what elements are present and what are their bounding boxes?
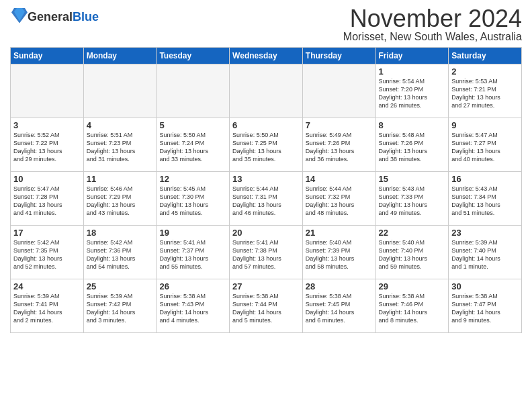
day-number: 10 — [13, 174, 81, 184]
location-text: Morisset, New South Wales, Australia — [343, 31, 522, 43]
calendar-cell: 3Sunrise: 5:52 AM Sunset: 7:22 PM Daylig… — [11, 118, 84, 172]
day-number: 18 — [87, 228, 154, 238]
calendar-cell: 5Sunrise: 5:50 AM Sunset: 7:24 PM Daylig… — [157, 118, 230, 172]
day-details: Sunrise: 5:47 AM Sunset: 7:27 PM Dayligh… — [451, 131, 519, 164]
day-number: 22 — [379, 228, 446, 238]
day-number: 21 — [306, 228, 373, 238]
day-number: 16 — [451, 174, 519, 184]
day-details: Sunrise: 5:46 AM Sunset: 7:29 PM Dayligh… — [87, 185, 154, 218]
calendar-week-row: 10Sunrise: 5:47 AM Sunset: 7:28 PM Dayli… — [11, 172, 522, 226]
day-number: 8 — [379, 120, 446, 130]
day-number: 19 — [159, 228, 226, 238]
day-details: Sunrise: 5:51 AM Sunset: 7:23 PM Dayligh… — [87, 131, 154, 164]
calendar-cell: 19Sunrise: 5:41 AM Sunset: 7:37 PM Dayli… — [157, 226, 230, 279]
day-details: Sunrise: 5:54 AM Sunset: 7:20 PM Dayligh… — [379, 77, 446, 110]
logo-blue-text: Blue — [73, 10, 99, 24]
day-details: Sunrise: 5:38 AM Sunset: 7:45 PM Dayligh… — [306, 292, 373, 325]
day-details: Sunrise: 5:41 AM Sunset: 7:37 PM Dayligh… — [159, 238, 226, 271]
day-number: 26 — [159, 281, 226, 291]
calendar-cell: 9Sunrise: 5:47 AM Sunset: 7:27 PM Daylig… — [449, 118, 522, 172]
header: GeneralBlue November 2024 Morisset, New … — [10, 7, 522, 43]
day-details: Sunrise: 5:40 AM Sunset: 7:40 PM Dayligh… — [379, 238, 446, 271]
day-details: Sunrise: 5:41 AM Sunset: 7:38 PM Dayligh… — [232, 238, 300, 271]
calendar-cell: 18Sunrise: 5:42 AM Sunset: 7:36 PM Dayli… — [83, 226, 157, 279]
day-details: Sunrise: 5:44 AM Sunset: 7:31 PM Dayligh… — [232, 185, 300, 218]
day-number: 11 — [87, 174, 154, 184]
day-details: Sunrise: 5:42 AM Sunset: 7:35 PM Dayligh… — [13, 238, 81, 271]
calendar-cell — [83, 64, 157, 118]
day-number: 28 — [306, 281, 373, 291]
day-details: Sunrise: 5:42 AM Sunset: 7:36 PM Dayligh… — [87, 238, 154, 271]
day-details: Sunrise: 5:50 AM Sunset: 7:25 PM Dayligh… — [232, 131, 300, 164]
day-number: 30 — [451, 281, 519, 291]
day-number: 15 — [379, 174, 446, 184]
day-number: 12 — [159, 174, 226, 184]
calendar-cell: 7Sunrise: 5:49 AM Sunset: 7:26 PM Daylig… — [302, 118, 375, 172]
day-header-sunday: Sunday — [11, 48, 84, 64]
calendar-cell: 26Sunrise: 5:38 AM Sunset: 7:43 PM Dayli… — [157, 279, 230, 333]
calendar-cell: 16Sunrise: 5:43 AM Sunset: 7:34 PM Dayli… — [449, 172, 522, 226]
day-number: 4 — [87, 120, 154, 130]
day-details: Sunrise: 5:43 AM Sunset: 7:33 PM Dayligh… — [379, 185, 446, 218]
day-number: 20 — [232, 228, 300, 238]
day-number: 13 — [232, 174, 300, 184]
day-header-tuesday: Tuesday — [157, 48, 230, 64]
logo: GeneralBlue — [10, 7, 99, 28]
calendar-cell: 15Sunrise: 5:43 AM Sunset: 7:33 PM Dayli… — [375, 172, 449, 226]
day-details: Sunrise: 5:53 AM Sunset: 7:21 PM Dayligh… — [451, 77, 519, 110]
day-number: 5 — [159, 120, 226, 130]
day-details: Sunrise: 5:39 AM Sunset: 7:41 PM Dayligh… — [13, 292, 81, 325]
calendar-week-row: 1Sunrise: 5:54 AM Sunset: 7:20 PM Daylig… — [11, 64, 522, 118]
calendar-cell: 4Sunrise: 5:51 AM Sunset: 7:23 PM Daylig… — [83, 118, 157, 172]
day-number: 3 — [13, 120, 81, 130]
logo-general-text: General — [28, 10, 73, 24]
calendar-cell — [302, 64, 375, 118]
calendar-cell: 1Sunrise: 5:54 AM Sunset: 7:20 PM Daylig… — [375, 64, 449, 118]
calendar-cell: 21Sunrise: 5:40 AM Sunset: 7:39 PM Dayli… — [302, 226, 375, 279]
day-details: Sunrise: 5:48 AM Sunset: 7:26 PM Dayligh… — [379, 131, 446, 164]
month-title: November 2024 — [343, 7, 522, 31]
day-number: 23 — [451, 228, 519, 238]
day-number: 7 — [306, 120, 373, 130]
calendar-cell: 27Sunrise: 5:38 AM Sunset: 7:44 PM Dayli… — [230, 279, 303, 333]
calendar-cell: 10Sunrise: 5:47 AM Sunset: 7:28 PM Dayli… — [11, 172, 84, 226]
title-area: November 2024 Morisset, New South Wales,… — [343, 7, 522, 43]
svg-marker-1 — [14, 8, 25, 21]
calendar-cell — [230, 64, 303, 118]
calendar-cell: 23Sunrise: 5:39 AM Sunset: 7:40 PM Dayli… — [449, 226, 522, 279]
day-details: Sunrise: 5:39 AM Sunset: 7:40 PM Dayligh… — [451, 238, 519, 271]
calendar-week-row: 3Sunrise: 5:52 AM Sunset: 7:22 PM Daylig… — [11, 118, 522, 172]
day-details: Sunrise: 5:38 AM Sunset: 7:46 PM Dayligh… — [379, 292, 446, 325]
calendar-cell: 22Sunrise: 5:40 AM Sunset: 7:40 PM Dayli… — [375, 226, 449, 279]
calendar-cell: 25Sunrise: 5:39 AM Sunset: 7:42 PM Dayli… — [83, 279, 157, 333]
calendar-cell: 20Sunrise: 5:41 AM Sunset: 7:38 PM Dayli… — [230, 226, 303, 279]
day-details: Sunrise: 5:47 AM Sunset: 7:28 PM Dayligh… — [13, 185, 81, 218]
calendar-cell: 24Sunrise: 5:39 AM Sunset: 7:41 PM Dayli… — [11, 279, 84, 333]
day-details: Sunrise: 5:38 AM Sunset: 7:44 PM Dayligh… — [232, 292, 300, 325]
day-details: Sunrise: 5:50 AM Sunset: 7:24 PM Dayligh… — [159, 131, 226, 164]
day-number: 14 — [306, 174, 373, 184]
day-header-friday: Friday — [375, 48, 449, 64]
day-header-saturday: Saturday — [449, 48, 522, 64]
calendar-cell: 30Sunrise: 5:38 AM Sunset: 7:47 PM Dayli… — [449, 279, 522, 333]
calendar-cell: 8Sunrise: 5:48 AM Sunset: 7:26 PM Daylig… — [375, 118, 449, 172]
day-details: Sunrise: 5:38 AM Sunset: 7:43 PM Dayligh… — [159, 292, 226, 325]
day-number: 2 — [451, 66, 519, 77]
logo-icon — [11, 7, 28, 26]
calendar-week-row: 24Sunrise: 5:39 AM Sunset: 7:41 PM Dayli… — [11, 279, 522, 333]
calendar-cell: 14Sunrise: 5:44 AM Sunset: 7:32 PM Dayli… — [302, 172, 375, 226]
day-header-wednesday: Wednesday — [230, 48, 303, 64]
day-details: Sunrise: 5:43 AM Sunset: 7:34 PM Dayligh… — [451, 185, 519, 218]
calendar-cell: 29Sunrise: 5:38 AM Sunset: 7:46 PM Dayli… — [375, 279, 449, 333]
calendar-cell: 13Sunrise: 5:44 AM Sunset: 7:31 PM Dayli… — [230, 172, 303, 226]
day-details: Sunrise: 5:44 AM Sunset: 7:32 PM Dayligh… — [306, 185, 373, 218]
calendar-header-row: SundayMondayTuesdayWednesdayThursdayFrid… — [11, 48, 522, 64]
calendar-cell — [157, 64, 230, 118]
calendar-cell: 28Sunrise: 5:38 AM Sunset: 7:45 PM Dayli… — [302, 279, 375, 333]
day-details: Sunrise: 5:40 AM Sunset: 7:39 PM Dayligh… — [306, 238, 373, 271]
day-number: 6 — [232, 120, 300, 130]
day-details: Sunrise: 5:52 AM Sunset: 7:22 PM Dayligh… — [13, 131, 81, 164]
day-details: Sunrise: 5:38 AM Sunset: 7:47 PM Dayligh… — [451, 292, 519, 325]
page-container: GeneralBlue November 2024 Morisset, New … — [0, 0, 532, 338]
day-details: Sunrise: 5:45 AM Sunset: 7:30 PM Dayligh… — [159, 185, 226, 218]
